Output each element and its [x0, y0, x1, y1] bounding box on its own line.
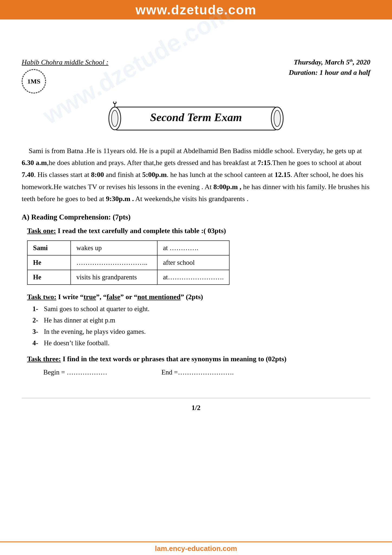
scroll-title: Second Term Exam	[150, 111, 242, 124]
svg-point-6	[113, 102, 116, 104]
svg-point-4	[274, 110, 280, 127]
comprehension-table: Sami wakes up at …………. He ………………………….. a…	[27, 240, 230, 285]
list-item: 4-He doesn’t like football.	[32, 339, 370, 347]
date-text: Thursday, March 5th, 2020	[289, 58, 370, 66]
table-row: He visits his grandparents at…………………….	[27, 270, 229, 285]
school-name: Habib Chohra middle School :	[22, 58, 109, 66]
duration-text: Duration: 1 hour and a half	[289, 69, 370, 77]
table-cell-dots: …………………………..	[71, 255, 157, 270]
svg-point-2	[112, 110, 118, 127]
main-content: www.dzetude.com Habib Chohra middle Scho…	[0, 20, 392, 428]
footer-text: lam.ency-education.com	[155, 544, 237, 553]
page-number: 1/2	[22, 398, 370, 412]
task-two-list: 1-Sami goes to school at quarter to eigh…	[32, 305, 370, 347]
table-cell-at1: at ………….	[157, 241, 229, 255]
table-cell-sami: Sami	[27, 241, 71, 255]
table-cell-at2: at…………………….	[157, 270, 229, 285]
badge-label: 1MS	[27, 78, 40, 85]
synonyms-row: Begin = ……………… End =…………………….	[43, 369, 370, 376]
task-two-header: Task two: I write “true”, “false” or “no…	[27, 293, 370, 301]
header-row: Habib Chohra middle School : 1MS Thursda…	[22, 58, 370, 99]
table-cell-wakes: wakes up	[71, 241, 157, 255]
badge-area: 1MS	[22, 69, 109, 93]
table-cell-visits: visits his grandparents	[71, 270, 157, 285]
list-item: 1-Sami goes to school at quarter to eigh…	[32, 305, 370, 313]
passage-text: Sami is from Batna .He is 11years old. H…	[22, 145, 370, 205]
footer-bar: lam.ency-education.com	[0, 541, 392, 555]
top-bar: www.dzetude.com	[0, 0, 392, 20]
table-row: Sami wakes up at ………….	[27, 241, 229, 255]
task-one-header: Task one: I read the text carefully and …	[27, 227, 370, 235]
list-item: 3-In the evening, he plays video games.	[32, 328, 370, 335]
table-cell-after: after school	[157, 255, 229, 270]
table-cell-he2: He	[27, 270, 71, 285]
list-item: 2-He has dinner at eight p.m	[32, 317, 370, 324]
table-cell-he1: He	[27, 255, 71, 270]
task-three-header: Task three: I find in the text words or …	[27, 355, 370, 363]
table-row: He ………………………….. after school	[27, 255, 229, 270]
begin-label: Begin = ………………	[43, 369, 107, 376]
school-info: Habib Chohra middle School : 1MS	[22, 58, 109, 99]
section-a-header: A) Reading Comprehension: (7pts)	[22, 213, 370, 221]
scroll-banner-container: Second Term Exam	[22, 102, 370, 137]
end-label: End =…………………….	[161, 369, 234, 376]
date-duration: Thursday, March 5th, 2020 Duration: 1 ho…	[289, 58, 370, 77]
class-badge: 1MS	[22, 69, 46, 93]
scroll-banner-svg: Second Term Exam	[104, 102, 288, 137]
site-title: www.dzetude.com	[136, 2, 257, 17]
